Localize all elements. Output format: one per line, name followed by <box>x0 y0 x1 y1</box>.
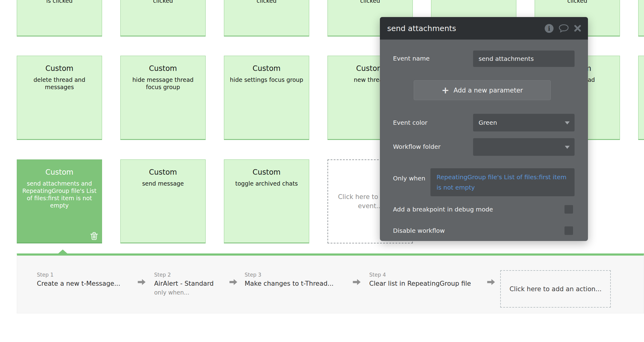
workflow-folder-label: Workflow folder <box>393 142 441 151</box>
add-parameter-button[interactable]: + Add a new parameter <box>414 80 551 100</box>
event-color-value: Green <box>479 119 497 126</box>
event-card-description: hide message thread focus group <box>125 76 201 91</box>
workflow-step-2[interactable]: Step 2 AirAlert - Standard only when... <box>154 271 214 296</box>
event-card-description: toggle archived chats <box>228 180 305 187</box>
event-card[interactable]: is clicked <box>17 0 102 37</box>
event-name-input[interactable] <box>473 51 575 67</box>
event-card-description: clicked <box>228 0 305 4</box>
event-card-description: send message <box>125 180 201 187</box>
only-when-value: RepeatingGroup file's List of files:firs… <box>437 173 567 191</box>
info-icon[interactable]: i <box>545 24 554 33</box>
selected-event-caret <box>58 250 68 254</box>
step-title: Make changes to t-Thread... <box>245 279 334 288</box>
comment-icon[interactable] <box>559 24 569 33</box>
workflow-action-bar: Step 1 Create a new t-Message... Step 2 … <box>17 253 644 313</box>
event-card[interactable]: Custom send message <box>120 159 206 243</box>
step-number: Step 4 <box>369 271 471 278</box>
event-card-description: clicked <box>125 0 201 4</box>
chevron-down-icon <box>565 146 570 149</box>
step-arrow-icon <box>137 278 146 286</box>
step-condition-note: only when... <box>154 289 214 296</box>
event-name-label: Event name <box>393 54 430 63</box>
event-color-dropdown[interactable]: Green <box>473 114 575 131</box>
event-card-type: Custom <box>17 64 102 73</box>
workflow-step-3[interactable]: Step 3 Make changes to t-Thread... <box>245 271 334 288</box>
event-card-description: clicked <box>332 0 409 4</box>
event-card-type: Custom <box>121 168 205 177</box>
event-card[interactable] <box>638 0 644 37</box>
event-card-description: hide settings focus group <box>228 76 305 83</box>
disable-workflow-label: Disable workflow <box>393 226 445 235</box>
breakpoint-checkbox[interactable] <box>564 205 573 214</box>
workflow-step-4[interactable]: Step 4 Clear list in RepeatingGroup file <box>369 271 471 288</box>
event-card[interactable]: clicked <box>120 0 206 37</box>
add-action-label: Click here to add an action... <box>509 285 601 293</box>
event-card-description: is clicked <box>21 0 98 4</box>
step-number: Step 3 <box>245 271 334 278</box>
event-card[interactable] <box>638 56 644 140</box>
close-icon[interactable] <box>574 25 581 32</box>
event-card-description: clicked <box>539 0 616 4</box>
event-card-type: Custom <box>224 64 309 73</box>
step-arrow-icon <box>352 278 361 286</box>
popup-header[interactable]: send attachments i <box>380 17 588 40</box>
disable-workflow-checkbox[interactable] <box>564 226 573 235</box>
only-when-label: Only when <box>393 174 425 183</box>
step-number: Step 2 <box>154 271 214 278</box>
event-properties-popup: send attachments i Event name + Add a ne… <box>380 17 588 241</box>
event-card-type: Custom <box>121 64 205 73</box>
event-card[interactable]: Custom hide message thread focus group <box>120 56 206 140</box>
only-when-expression[interactable]: RepeatingGroup file's List of files:firs… <box>430 168 575 196</box>
step-arrow-icon <box>487 278 496 286</box>
step-title: Create a new t-Message... <box>37 279 120 288</box>
event-color-label: Event color <box>393 118 427 127</box>
workflow-editor-canvas: is clicked clicked clicked clicked click… <box>0 0 644 342</box>
event-card-type: Custom <box>224 168 309 177</box>
breakpoint-label: Add a breakpoint in debug mode <box>393 205 493 214</box>
add-parameter-label: Add a new parameter <box>454 87 523 94</box>
add-action-placeholder[interactable]: Click here to add an action... <box>500 270 611 308</box>
step-title: AirAlert - Standard <box>154 279 214 288</box>
event-card[interactable]: Custom hide settings focus group <box>224 56 309 140</box>
step-title: Clear list in RepeatingGroup file <box>369 279 471 288</box>
event-card-description: delete thread and messages <box>21 76 98 91</box>
event-card[interactable]: clicked <box>224 0 309 37</box>
event-card-description: send attachments and RepeatingGroup file… <box>21 180 98 209</box>
event-card-selected[interactable]: Custom send attachments and RepeatingGro… <box>17 159 102 243</box>
chevron-down-icon <box>565 121 570 124</box>
step-number: Step 1 <box>37 271 120 278</box>
popup-title: send attachments <box>387 24 545 33</box>
event-card[interactable]: Custom toggle archived chats <box>224 159 309 243</box>
delete-event-trash-icon[interactable] <box>90 232 98 240</box>
workflow-step-1[interactable]: Step 1 Create a new t-Message... <box>37 271 120 288</box>
event-card-type: Custom <box>17 168 102 177</box>
event-card[interactable]: Custom delete thread and messages <box>17 56 102 140</box>
plus-icon: + <box>442 86 449 95</box>
workflow-folder-dropdown[interactable] <box>473 138 575 156</box>
step-arrow-icon <box>229 278 238 286</box>
